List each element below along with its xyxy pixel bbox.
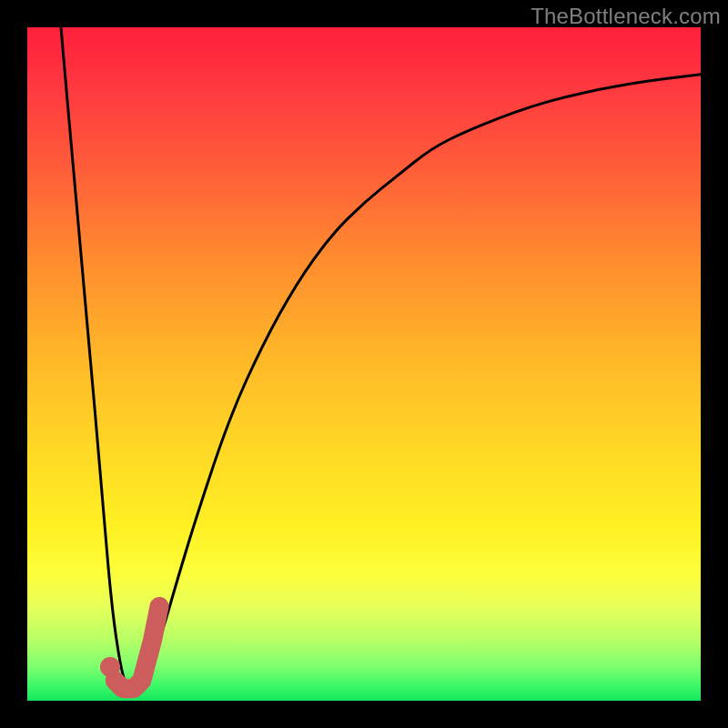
plot-area: [27, 27, 701, 701]
attribution-text: TheBottleneck.com: [531, 4, 721, 29]
chart-frame: TheBottleneck.com: [0, 0, 728, 728]
bottleneck-curve: [61, 27, 701, 687]
tick-mark-hook: [115, 606, 159, 688]
bottleneck-curve-svg: [27, 27, 701, 701]
tick-mark-dot: [100, 657, 120, 677]
